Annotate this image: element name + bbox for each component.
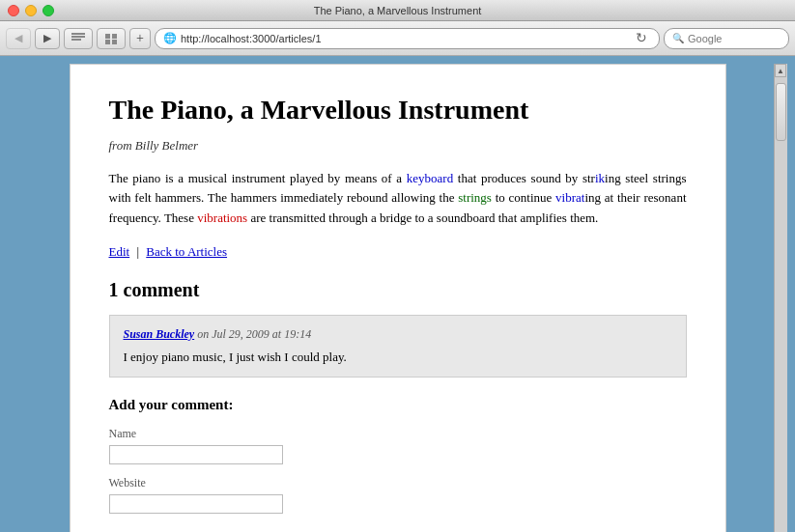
reload-button[interactable]: ↻ <box>632 30 651 46</box>
forward-button[interactable]: ▶ <box>35 28 60 49</box>
search-bar[interactable]: 🔍 <box>664 28 789 49</box>
address-bar[interactable]: 🌐 ↻ <box>155 28 660 49</box>
extensions-icon <box>103 32 119 45</box>
maximize-button[interactable] <box>43 5 54 16</box>
back-icon: ◀ <box>14 32 22 44</box>
name-field-group: Name <box>109 427 687 464</box>
website-input[interactable] <box>109 494 283 514</box>
svg-rect-4 <box>112 34 117 39</box>
comments-heading: 1 comment <box>109 279 687 301</box>
add-tab-button[interactable]: + <box>129 28 151 49</box>
name-input[interactable] <box>109 445 283 464</box>
title-bar: The Piano, a Marvellous Instrument <box>0 0 795 21</box>
keyword-vibrat: vibrat <box>555 190 584 205</box>
keyword-vibrations: vibrations <box>197 210 247 225</box>
link-separator: | <box>136 244 139 259</box>
url-input[interactable] <box>181 33 628 44</box>
window-controls[interactable] <box>8 5 54 16</box>
svg-rect-3 <box>105 34 110 39</box>
extensions-button[interactable] <box>97 28 126 49</box>
search-input[interactable] <box>688 33 795 44</box>
scrollbar-up-arrow[interactable]: ▲ <box>775 64 786 77</box>
minimize-button[interactable] <box>25 5 37 16</box>
comment-text: I enjoy piano music, I just wish I could… <box>124 350 672 365</box>
comment-meta: Susan Buckley on Jul 29, 2009 at 19:14 <box>124 327 672 342</box>
location-icon: 🌐 <box>163 32 177 44</box>
edit-link[interactable]: Edit <box>109 244 130 259</box>
nav-bar: ◀ ▶ + 🌐 ↻ 🔍 <box>0 21 795 56</box>
svg-rect-6 <box>112 40 117 44</box>
article-title: The Piano, a Marvellous Instrument <box>109 94 687 126</box>
keyword-ik: ik <box>595 171 605 185</box>
name-label: Name <box>109 427 687 441</box>
svg-rect-2 <box>71 39 81 41</box>
svg-rect-1 <box>71 36 85 38</box>
article-author: from Billy Belmer <box>109 138 687 154</box>
article-body: The piano is a musical instrument played… <box>109 169 687 229</box>
comment-author-link[interactable]: Susan Buckley <box>124 327 195 341</box>
add-comment-section: Add your comment: Name Website <box>109 397 687 514</box>
page-frame: The Piano, a Marvellous Instrument from … <box>70 64 726 532</box>
back-button[interactable]: ◀ <box>6 28 31 49</box>
plus-icon: + <box>136 31 144 46</box>
bookmarks-button[interactable] <box>64 28 93 49</box>
browser-content: The Piano, a Marvellous Instrument from … <box>0 56 795 532</box>
article-links: Edit | Back to Articles <box>109 244 687 260</box>
comment-date: on Jul 29, 2009 at 19:14 <box>197 327 311 341</box>
forward-icon: ▶ <box>43 32 51 44</box>
scrollbar-track: ▲ ▼ <box>774 64 787 532</box>
website-field-group: Website <box>109 476 687 514</box>
comment-box: Susan Buckley on Jul 29, 2009 at 19:14 I… <box>109 315 687 378</box>
keyword-strings: strings <box>458 190 492 205</box>
body-text: The piano is a musical instrument played… <box>109 171 687 226</box>
bookmarks-icon <box>71 32 86 45</box>
svg-rect-0 <box>71 33 85 35</box>
back-to-articles-link[interactable]: Back to Articles <box>146 244 227 259</box>
add-comment-heading: Add your comment: <box>109 397 687 413</box>
scrollbar-thumb[interactable] <box>776 83 786 141</box>
page-wrapper: The Piano, a Marvellous Instrument from … <box>8 64 787 532</box>
website-label: Website <box>109 476 687 490</box>
close-button[interactable] <box>8 5 19 16</box>
keyword-keyboard: keyboard <box>407 171 453 185</box>
window-title: The Piano, a Marvellous Instrument <box>314 5 482 16</box>
search-icon: 🔍 <box>672 33 684 43</box>
svg-rect-5 <box>105 40 110 44</box>
